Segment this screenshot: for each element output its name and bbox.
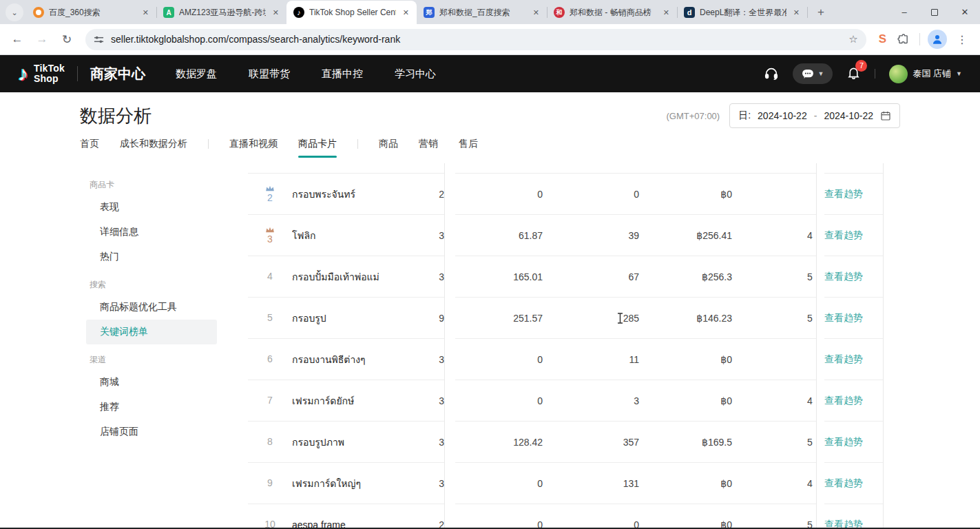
sidebar: 商品卡 表现 详细信息 热门 搜索 商品标题优化工具 关键词榜单 渠道 商城 推… bbox=[79, 169, 224, 444]
tab-title: 郑和数据_百度搜索 bbox=[439, 7, 526, 19]
tiktok-note-icon: ♪ bbox=[18, 63, 28, 84]
sidebar-item[interactable]: 详细信息 bbox=[86, 220, 217, 245]
site-info-icon[interactable] bbox=[94, 34, 104, 45]
view-trend-link[interactable]: 查看趋势 bbox=[824, 312, 863, 324]
forward-button[interactable]: → bbox=[32, 29, 52, 50]
timezone-label: (GMT+07:00) bbox=[667, 111, 720, 121]
browser-tab[interactable]: AMZ123亚马逊导航-跨境 ✕ bbox=[156, 1, 286, 24]
rank-cell: 7 bbox=[258, 395, 282, 406]
zhenghe-red-favicon bbox=[554, 7, 565, 18]
tab-close-icon[interactable]: ✕ bbox=[271, 7, 281, 19]
gmv-cell: ฿256.41 bbox=[643, 230, 732, 241]
messages-button[interactable]: ▼ bbox=[793, 63, 833, 84]
gmv-cell: ฿169.5 bbox=[643, 437, 732, 448]
tiktok-favicon bbox=[293, 7, 304, 18]
rank-cell: 9 bbox=[258, 478, 282, 488]
browser-tab[interactable]: 百度_360搜索 ✕ bbox=[26, 1, 156, 24]
granularity-label: 日: bbox=[738, 110, 751, 122]
analytics-tab[interactable]: 营销 bbox=[419, 138, 438, 154]
analytics-tab[interactable]: 成长和数据分析 bbox=[120, 138, 187, 154]
browser-toolbar: ← → ↻ seller.tiktokglobalshop.com/compas… bbox=[0, 24, 980, 55]
metric-2-cell: 39 bbox=[556, 230, 639, 241]
metric-1-cell: 251.57 bbox=[460, 313, 543, 324]
browser-menu-icon[interactable]: ⋮ bbox=[951, 33, 973, 46]
maximize-button[interactable] bbox=[919, 0, 950, 24]
analytics-tabs: 首页 成长和数据分析 直播和视频 商品卡片 商品 营销 售后 bbox=[80, 138, 478, 154]
browser-tab[interactable]: 郑和数据_百度搜索 ✕ bbox=[417, 1, 547, 24]
browser-tab[interactable]: DeepL翻译：全世界最准 ✕ bbox=[677, 1, 807, 24]
sidebar-item[interactable]: 表现 bbox=[86, 195, 217, 220]
tiktok-shop-logo[interactable]: ♪ TikTokShop bbox=[18, 63, 65, 85]
rank-cell: 3 bbox=[258, 226, 282, 244]
view-trend-link[interactable]: 查看趋势 bbox=[824, 477, 863, 490]
sidebar-section-label: 商品卡 bbox=[90, 179, 224, 191]
date-separator: - bbox=[814, 110, 817, 121]
back-button[interactable]: ← bbox=[7, 29, 28, 50]
tab-title: DeepL翻译：全世界最准 bbox=[700, 7, 786, 19]
header-nav-item[interactable]: 学习中心 bbox=[395, 68, 436, 81]
view-trend-link[interactable]: 查看趋势 bbox=[824, 436, 863, 448]
clipped-left-value: 3 bbox=[429, 437, 444, 448]
tab-divider bbox=[357, 139, 358, 149]
tab-close-icon[interactable]: ✕ bbox=[401, 7, 411, 19]
sidebar-item[interactable]: 推荐 bbox=[86, 395, 217, 419]
headset-icon[interactable] bbox=[764, 66, 779, 81]
table-row: 10 aespa frame 2 0 0 ฿0 5 查看趋势 bbox=[248, 504, 884, 529]
shop-label: 泰国 店铺 bbox=[913, 68, 951, 80]
clipped-left-value: 3 bbox=[429, 230, 444, 241]
analytics-tab[interactable]: 直播和视频 bbox=[229, 138, 278, 154]
notifications-button[interactable]: 7 bbox=[846, 65, 861, 83]
frozen-column-edge-right bbox=[816, 163, 824, 529]
notification-badge: 7 bbox=[855, 60, 867, 72]
view-trend-link[interactable]: 查看趋势 bbox=[824, 271, 863, 283]
minimize-button[interactable]: – bbox=[889, 0, 919, 24]
bookmark-star-icon[interactable]: ☆ bbox=[848, 33, 857, 45]
metric-2-cell: 131 bbox=[556, 478, 639, 489]
analytics-tab[interactable]: 商品卡片 bbox=[298, 138, 337, 154]
reload-button[interactable]: ↻ bbox=[56, 29, 77, 50]
tab-close-icon[interactable]: ✕ bbox=[140, 7, 151, 19]
sidebar-item[interactable]: 店铺页面 bbox=[86, 419, 217, 444]
sidebar-section: 商品卡 表现 详细信息 热门 bbox=[79, 179, 224, 269]
view-trend-link[interactable]: 查看趋势 bbox=[824, 395, 863, 407]
extensions-puzzle-icon[interactable] bbox=[895, 34, 912, 45]
sidebar-item[interactable]: 关键词榜单 bbox=[86, 320, 217, 344]
header-nav-item[interactable]: 数据罗盘 bbox=[176, 68, 217, 81]
sidebar-item[interactable]: 商品标题优化工具 bbox=[86, 295, 217, 320]
keyword-cell: กรอบรูปภาพ bbox=[292, 435, 440, 450]
metric-1-cell: 165.01 bbox=[460, 271, 543, 282]
tab-close-icon[interactable]: ✕ bbox=[791, 7, 802, 19]
profile-avatar[interactable] bbox=[928, 30, 947, 49]
new-tab-button[interactable]: + bbox=[811, 3, 831, 22]
clipped-left-value: 9 bbox=[429, 313, 444, 324]
view-trend-link[interactable]: 查看趋势 bbox=[824, 229, 863, 242]
address-bar[interactable]: seller.tiktokglobalshop.com/compass/sear… bbox=[85, 29, 866, 50]
sidebar-item[interactable]: 商城 bbox=[86, 370, 217, 395]
rank-cell: 6 bbox=[258, 354, 282, 364]
sidebar-item[interactable]: 热门 bbox=[86, 245, 217, 269]
tab-list-chevron-icon[interactable]: ⌄ bbox=[6, 3, 23, 21]
close-window-button[interactable]: ✕ bbox=[950, 0, 980, 24]
tab-close-icon[interactable]: ✕ bbox=[661, 7, 671, 19]
tab-close-icon[interactable]: ✕ bbox=[531, 7, 541, 19]
header-nav-item[interactable]: 直播中控 bbox=[322, 68, 363, 81]
seller-center-title[interactable]: 商家中心 bbox=[90, 65, 145, 83]
analytics-tab[interactable]: 售后 bbox=[459, 138, 478, 154]
view-trend-link[interactable]: 查看趋势 bbox=[824, 188, 863, 200]
metric-2-cell: 67 bbox=[556, 271, 639, 282]
analytics-tab[interactable]: 商品 bbox=[379, 138, 398, 154]
view-trend-link[interactable]: 查看趋势 bbox=[824, 353, 863, 366]
rank-cell: 5 bbox=[258, 313, 282, 323]
table-row: 2 กรอบพระจันทร์ 2 0 0 ฿0 查看趋势 bbox=[248, 173, 884, 214]
browser-tab[interactable]: TikTok Shop Seller Cente ✕ bbox=[286, 1, 417, 24]
browser-tab[interactable]: 郑和数据 - 畅销商品榜 ✕ bbox=[547, 1, 677, 24]
date-range-picker[interactable]: 日: 2024-10-22 - 2024-10-22 bbox=[729, 103, 900, 128]
gmv-cell: ฿0 bbox=[643, 354, 732, 365]
table-row: 6 กรอบงานพิธีต่างๆ 3 0 11 ฿0 查看趋势 bbox=[248, 338, 884, 380]
analytics-tab[interactable]: 首页 bbox=[80, 138, 99, 154]
metric-1-cell: 61.87 bbox=[460, 230, 543, 241]
shop-selector[interactable]: 泰国 店铺 ▼ bbox=[889, 65, 962, 83]
header-nav-item[interactable]: 联盟带货 bbox=[249, 68, 290, 81]
keyword-cell: กรอบพระจันทร์ bbox=[292, 187, 440, 202]
s-extension-icon[interactable]: S bbox=[875, 32, 890, 46]
